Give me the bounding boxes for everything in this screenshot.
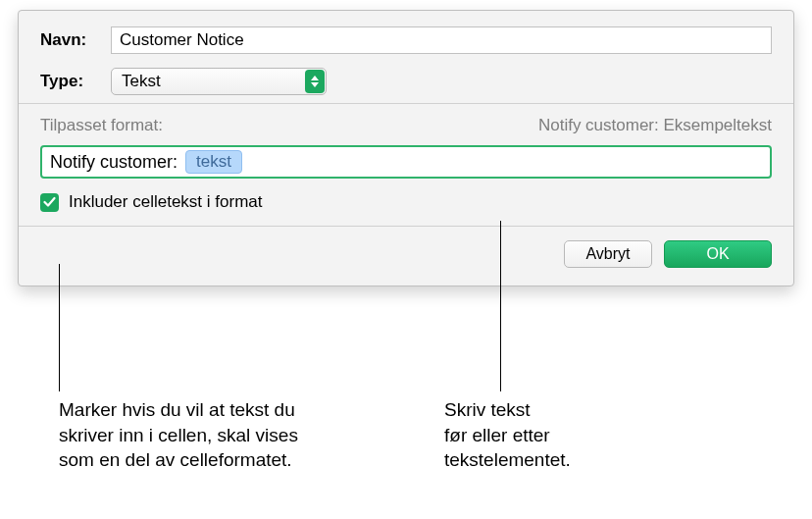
type-select[interactable]: Tekst	[111, 68, 327, 95]
cancel-button[interactable]: Avbryt	[564, 240, 652, 268]
callout-left-text: Marker hvis du vil at tekst du skriver i…	[59, 397, 392, 473]
checkmark-icon	[43, 196, 56, 208]
format-header-label: Tilpasset format:	[40, 116, 163, 135]
name-label: Navn:	[40, 30, 111, 50]
svg-marker-0	[311, 76, 319, 80]
name-input[interactable]	[111, 26, 772, 54]
type-label: Type:	[40, 72, 111, 91]
custom-format-dialog: Navn: Type: Tekst Tilpasset format: Noti…	[18, 10, 794, 286]
callout-line-right	[500, 221, 501, 391]
divider	[19, 226, 793, 227]
ok-button[interactable]: OK	[664, 240, 772, 268]
cancel-button-label: Avbryt	[585, 245, 630, 263]
ok-button-label: OK	[706, 245, 729, 263]
type-value: Tekst	[122, 72, 161, 91]
callout-right-text: Skriv tekst før eller etter tekstelement…	[444, 397, 660, 473]
format-prefix-text: Notify customer:	[50, 152, 178, 173]
dropdown-arrows-icon	[305, 70, 325, 93]
svg-marker-1	[311, 82, 319, 87]
callout-line-left	[59, 264, 60, 391]
format-preview: Notify customer: Eksempeltekst	[538, 116, 772, 135]
format-field[interactable]: Notify customer: tekst	[40, 145, 772, 179]
include-celltext-label: Inkluder celletekst i format	[69, 192, 262, 212]
divider	[19, 103, 793, 104]
include-celltext-checkbox[interactable]	[40, 193, 59, 212]
format-token-tekst[interactable]: tekst	[185, 150, 242, 174]
